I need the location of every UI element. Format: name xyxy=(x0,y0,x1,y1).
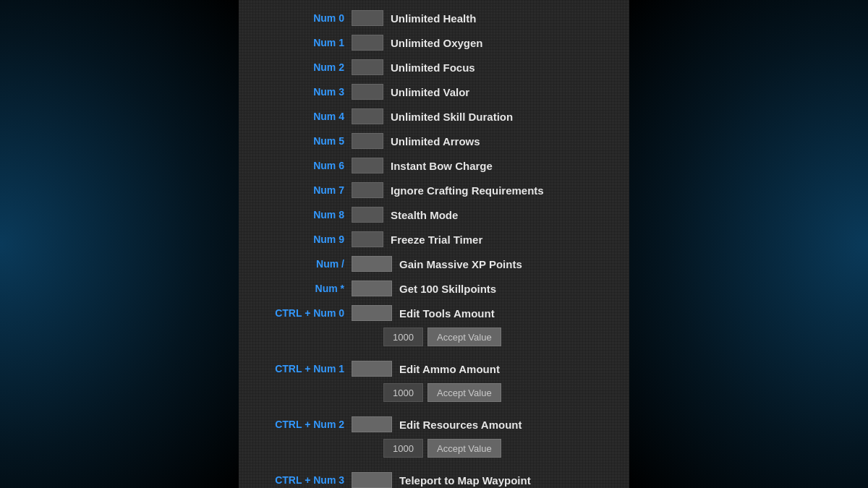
cheat-key: CTRL + Num 1 xyxy=(250,363,344,374)
left-sidebar xyxy=(0,0,239,488)
cheat-toggle[interactable] xyxy=(352,182,383,198)
cheat-row: Num 5Unlimited Arrows xyxy=(239,129,629,153)
cheat-value-toggle[interactable] xyxy=(352,416,392,432)
cheat-key: Num 4 xyxy=(250,111,344,122)
cheat-key: CTRL + Num 0 xyxy=(250,307,344,319)
cheat-row: CTRL + Num 0Edit Tools Amount xyxy=(239,301,629,325)
cheat-value-row: Accept Value xyxy=(239,437,629,462)
cheat-row: Num 8Stealth Mode xyxy=(239,202,629,227)
cheat-row: CTRL + Num 2Edit Resources Amount xyxy=(239,412,629,437)
cheat-label: Unlimited Skill Duration xyxy=(391,111,513,123)
cheat-label: Edit Ammo Amount xyxy=(399,363,500,375)
cheat-key: Num / xyxy=(250,258,344,270)
cheat-toggle[interactable] xyxy=(352,231,383,247)
cheat-row: Num 4Unlimited Skill Duration xyxy=(239,104,629,129)
cheat-row: CTRL + Num 3Teleport to Map Waypoint xyxy=(239,468,629,488)
cheat-toggle[interactable] xyxy=(352,84,383,100)
cheat-row: Num /Gain Massive XP Points xyxy=(239,252,629,276)
cheat-value-toggle[interactable] xyxy=(352,361,392,377)
cheat-key: Num 1 xyxy=(250,37,344,48)
cheat-label: Stealth Mode xyxy=(391,209,458,221)
cheat-key: Num 2 xyxy=(250,61,344,73)
cheat-key: Num 5 xyxy=(250,135,344,147)
cheat-key: Num 8 xyxy=(250,209,344,221)
cheat-key: Num 9 xyxy=(250,234,344,245)
cheat-toggle[interactable] xyxy=(352,59,383,75)
cheat-row: Num 3Unlimited Valor xyxy=(239,80,629,104)
cheat-row: Num 2Unlimited Focus xyxy=(239,55,629,80)
cheat-row: Num 7Ignore Crafting Requirements xyxy=(239,178,629,202)
cheat-value-row: Accept Value xyxy=(239,381,629,406)
cheat-toggle[interactable] xyxy=(352,108,383,124)
cheat-button[interactable] xyxy=(352,256,392,272)
cheat-row: Num 6Instant Bow Charge xyxy=(239,153,629,178)
accept-value-button[interactable]: Accept Value xyxy=(427,383,501,402)
cheat-key: Num 3 xyxy=(250,86,344,98)
cheat-label: Edit Tools Amount xyxy=(399,307,495,320)
cheat-button[interactable] xyxy=(352,281,392,296)
cheat-toggle[interactable] xyxy=(352,133,383,149)
cheat-label: Edit Resources Amount xyxy=(399,419,522,431)
cheat-key: Num 0 xyxy=(250,12,344,24)
cheat-row: Num *Get 100 Skillpoints xyxy=(239,276,629,301)
cheat-row: CTRL + Num 1Edit Ammo Amount xyxy=(239,356,629,381)
cheat-key: CTRL + Num 3 xyxy=(250,474,344,486)
cheat-row: Num 0Unlimited Health xyxy=(239,6,629,30)
cheat-key: Num 6 xyxy=(250,160,344,171)
cheat-label: Freeze Trial Timer xyxy=(391,234,482,246)
cheat-row: Num 9Freeze Trial Timer xyxy=(239,227,629,252)
accept-value-button[interactable]: Accept Value xyxy=(427,328,501,346)
cheat-label: Get 100 Skillpoints xyxy=(399,283,496,295)
cheat-row: Num 1Unlimited Oxygen xyxy=(239,30,629,55)
cheat-label: Teleport to Map Waypoint xyxy=(399,474,531,487)
cheat-label: Unlimited Valor xyxy=(391,86,469,98)
cheat-toggle[interactable] xyxy=(352,158,383,174)
cheat-value-input[interactable] xyxy=(383,439,423,458)
cheat-label: Unlimited Arrows xyxy=(391,135,480,147)
cheat-label: Ignore Crafting Requirements xyxy=(391,184,544,197)
cheat-label: Unlimited Focus xyxy=(391,61,475,74)
cheat-value-toggle[interactable] xyxy=(352,305,392,321)
cheat-toggle[interactable] xyxy=(352,35,383,51)
cheat-label: Gain Massive XP Points xyxy=(399,258,522,270)
cheat-key: CTRL + Num 2 xyxy=(250,419,344,430)
cheat-value-input[interactable] xyxy=(383,383,423,402)
cheat-key: Num 7 xyxy=(250,184,344,196)
cheat-toggle[interactable] xyxy=(352,10,383,26)
cheat-list: Num 0Unlimited HealthNum 1Unlimited Oxyg… xyxy=(239,0,629,488)
cheat-value-input[interactable] xyxy=(383,328,423,346)
cheat-button-wide[interactable] xyxy=(352,472,392,488)
cheat-label: Instant Bow Charge xyxy=(391,160,493,172)
cheat-label: Unlimited Oxygen xyxy=(391,37,483,49)
cheat-value-row: Accept Value xyxy=(239,325,629,351)
cheat-toggle[interactable] xyxy=(352,207,383,223)
accept-value-button[interactable]: Accept Value xyxy=(427,439,501,458)
right-sidebar xyxy=(629,0,868,488)
cheat-key: Num * xyxy=(250,283,344,294)
cheat-label: Unlimited Health xyxy=(391,12,476,25)
